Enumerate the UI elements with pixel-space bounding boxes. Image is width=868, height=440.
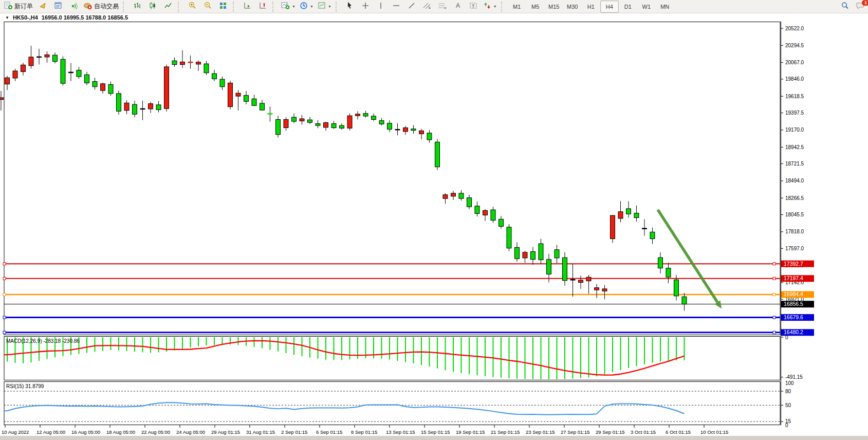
toolbar-separator (501, 2, 506, 12)
toolbar-separator (272, 2, 277, 12)
time-tick-label: 24 Aug 05:00 (176, 429, 205, 435)
candle-body (331, 124, 336, 128)
signals-button[interactable] (66, 1, 81, 13)
zoom-in-button[interactable] (184, 1, 200, 13)
auto-scroll-icon (243, 2, 251, 12)
line-chart-button[interactable] (160, 1, 176, 13)
price-tick-label: 18942.5 (785, 144, 804, 150)
candle-body (586, 277, 591, 281)
candle-body (228, 83, 233, 106)
price-tick-label: 20294.5 (785, 43, 804, 48)
timeframe-button-m15[interactable]: M15 (545, 1, 563, 13)
candle-body (563, 258, 567, 281)
search-button[interactable] (837, 1, 853, 13)
candle-body (531, 251, 535, 259)
candle-body (356, 114, 360, 116)
candle-body (252, 99, 256, 105)
horizontal-line-button[interactable] (389, 1, 404, 13)
chevron-down-icon[interactable]: ▼ (328, 5, 331, 8)
periods-button[interactable]: ▼ (298, 1, 316, 13)
signal-icon (69, 2, 78, 12)
price-tag-label: 16679.6 (784, 314, 803, 320)
timeframe-button-h1[interactable]: H1 (582, 1, 600, 13)
candle-body (133, 104, 137, 114)
horizontal-line-icon (392, 2, 400, 12)
line-chart-icon (164, 2, 172, 12)
data-window-button[interactable] (50, 1, 66, 13)
time-tick-label: 31 Aug 01:15 (246, 429, 275, 435)
channel-button[interactable]: E (419, 1, 435, 13)
auto-scroll-button[interactable] (239, 1, 255, 13)
fibonacci-icon: F (438, 2, 447, 12)
experts-button[interactable] (35, 1, 50, 13)
chevron-down-icon[interactable]: ▼ (292, 5, 296, 8)
price-tag-label: 17392.7 (784, 261, 803, 267)
time-tick-label: 18 Aug 05:00 (106, 429, 135, 435)
label-icon: T (469, 2, 477, 12)
text-label-button[interactable]: T (466, 1, 481, 13)
candle-body (101, 84, 105, 90)
indicators-button[interactable]: ▼ (279, 1, 298, 13)
price-tick-label: 19397.5 (785, 110, 804, 116)
fibonacci-button[interactable]: F (435, 1, 450, 13)
indicators-icon (281, 2, 290, 12)
timeframe-button-mn[interactable]: MN (656, 1, 674, 13)
timeframe-button-h4[interactable]: H4 (600, 1, 619, 13)
price-tag-label: 16856.5 (784, 301, 803, 307)
chat-button[interactable]: 1 (853, 1, 868, 13)
line-handle (3, 331, 6, 334)
candle-body (13, 71, 17, 78)
chart-canvas[interactable]: 20522.020294.520067.019846.019618.519397… (0, 22, 868, 440)
price-tick-label: 18494.0 (785, 178, 804, 184)
bar-chart-icon (133, 2, 141, 12)
candle-body (491, 210, 495, 220)
time-tick-label: 15 Sep 01:15 (421, 429, 450, 435)
chart-shift-button[interactable] (255, 1, 270, 13)
chevron-down-icon[interactable]: ▼ (5, 15, 9, 20)
rsi-scale-label: 50 (785, 402, 791, 408)
trendline-button[interactable] (404, 1, 419, 13)
timeframe-button-w1[interactable]: W1 (637, 1, 656, 13)
period-icon (300, 2, 308, 12)
macd-panel (4, 337, 780, 380)
candle-body (164, 67, 169, 108)
toolbar-separator (336, 2, 340, 12)
candle-body (0, 98, 4, 100)
timeframe-button-m5[interactable]: M5 (526, 1, 545, 13)
price-tick-label: 19170.0 (785, 127, 804, 133)
timeframe-button-m30[interactable]: M30 (563, 1, 582, 13)
autotrade-button[interactable]: 自动交易 (81, 1, 121, 13)
candle-body (411, 129, 416, 131)
toolbar-separator (123, 2, 127, 12)
candle-body (236, 93, 241, 96)
chevron-down-icon[interactable]: ▼ (493, 5, 497, 8)
new-order-button[interactable]: 新订单 (2, 1, 35, 13)
crosshair-button[interactable] (358, 1, 373, 13)
candle-chart-button[interactable] (145, 1, 160, 13)
time-axis: 10 Aug 202212 Aug 05:0016 Aug 05:0018 Au… (2, 425, 728, 435)
text-button[interactable]: A (450, 1, 466, 13)
candle-body (555, 250, 559, 258)
tile-windows-icon (219, 2, 227, 12)
price-tick-label: 18721.5 (785, 161, 804, 167)
candle-body (124, 103, 129, 111)
timeframe-button-d1[interactable]: D1 (619, 1, 637, 13)
chevron-down-icon[interactable]: ▼ (310, 5, 313, 8)
candle-body (196, 62, 201, 64)
tile-windows-button[interactable] (215, 1, 231, 13)
candle-body (53, 55, 58, 61)
text-icon: A (454, 2, 461, 12)
candle-body (435, 142, 440, 167)
candle-body (443, 195, 448, 198)
timeframe-button-m1[interactable]: M1 (508, 1, 526, 13)
toolbar-separator (178, 2, 182, 12)
bar-chart-button[interactable] (130, 1, 145, 13)
zoom-out-button[interactable] (200, 1, 215, 13)
templates-button[interactable]: ▼ (316, 1, 334, 13)
cursor-button[interactable] (342, 1, 358, 13)
vertical-line-button[interactable] (373, 1, 389, 13)
time-tick-label: 29 Sep 01:15 (596, 429, 625, 435)
candle-body (292, 117, 297, 121)
candle-body (93, 82, 97, 87)
arrows-button[interactable]: ▼ (481, 1, 499, 13)
